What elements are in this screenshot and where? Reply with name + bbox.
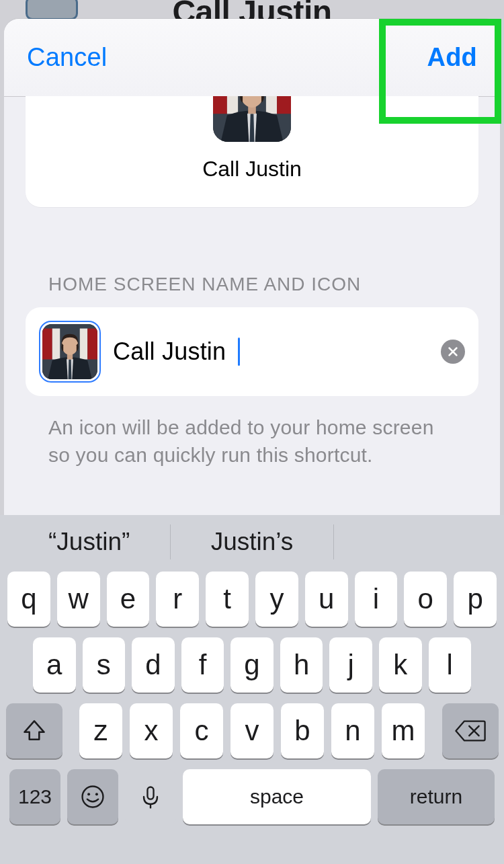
add-to-home-sheet: Cancel Add Call Justin HOME SCREEN NAME … (4, 19, 500, 515)
close-icon (447, 346, 459, 358)
ios-keyboard: “Justin” Justin’s qwertyuiop asdfghjkl z… (0, 515, 504, 864)
divider (333, 524, 334, 559)
key-y[interactable]: y (255, 572, 298, 627)
key-q[interactable]: q (7, 572, 50, 627)
key-b[interactable]: b (281, 703, 324, 758)
icon-picker-button[interactable] (39, 321, 101, 383)
mic-icon (137, 783, 164, 810)
preview-app-icon (213, 96, 291, 142)
key-f[interactable]: f (181, 637, 224, 693)
key-u[interactable]: u (305, 572, 348, 627)
key-k[interactable]: k (379, 637, 422, 693)
key-n[interactable]: n (331, 703, 374, 758)
icon-thumbnail (42, 324, 97, 379)
footer-description: An icon will be added to your home scree… (4, 396, 500, 469)
key-i[interactable]: i (355, 572, 398, 627)
key-mode-123[interactable]: 123 (9, 769, 60, 824)
key-g[interactable]: g (230, 637, 274, 693)
key-emoji[interactable] (67, 769, 118, 824)
name-and-icon-row (26, 307, 478, 396)
key-z[interactable]: z (79, 703, 122, 758)
section-header: HOME SCREEN NAME AND ICON (4, 274, 500, 295)
key-space[interactable]: space (183, 769, 371, 824)
suggestion-2[interactable]: Justin’s (171, 528, 333, 556)
key-m[interactable]: m (382, 703, 425, 758)
clear-text-button[interactable] (441, 340, 465, 364)
emoji-icon (79, 783, 106, 810)
suggestion-1[interactable]: “Justin” (8, 528, 170, 556)
key-v[interactable]: v (230, 703, 274, 758)
navbar: Cancel Add (4, 19, 500, 97)
text-caret (238, 338, 240, 366)
background-chip (26, 0, 78, 20)
key-c[interactable]: c (180, 703, 223, 758)
home-icon-preview: Call Justin (26, 96, 478, 207)
key-a[interactable]: a (33, 637, 76, 693)
key-p[interactable]: p (454, 572, 497, 627)
key-r[interactable]: r (156, 572, 199, 627)
key-l[interactable]: l (429, 637, 472, 693)
key-d[interactable]: d (132, 637, 175, 693)
cancel-button[interactable]: Cancel (27, 43, 108, 72)
key-t[interactable]: t (206, 572, 249, 627)
key-backspace[interactable] (442, 703, 499, 758)
key-w[interactable]: w (57, 572, 100, 627)
key-o[interactable]: o (404, 572, 447, 627)
key-return[interactable]: return (378, 769, 495, 824)
shortcut-name-input[interactable] (112, 337, 441, 366)
suggestion-bar: “Justin” Justin’s (0, 515, 504, 569)
backspace-icon (454, 719, 487, 743)
add-button[interactable]: Add (427, 43, 477, 72)
preview-label: Call Justin (26, 157, 478, 182)
key-dictation[interactable] (125, 769, 176, 824)
key-h[interactable]: h (280, 637, 323, 693)
key-shift[interactable] (6, 703, 62, 758)
key-j[interactable]: j (329, 637, 372, 693)
shift-icon (21, 717, 48, 744)
key-e[interactable]: e (107, 572, 150, 627)
key-s[interactable]: s (83, 637, 126, 693)
key-x[interactable]: x (130, 703, 173, 758)
